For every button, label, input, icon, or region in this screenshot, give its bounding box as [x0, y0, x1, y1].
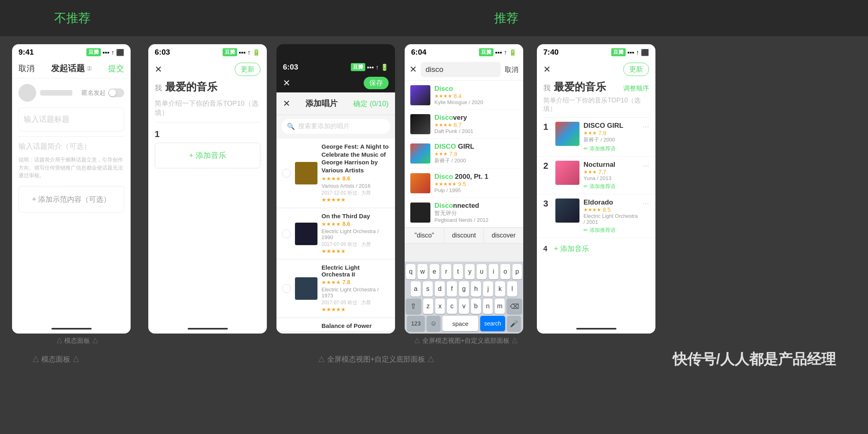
topic-brief-input[interactable]: 输入话题简介（可选） [18, 136, 124, 151]
adjust-order-5[interactable]: 调整顺序 [623, 84, 649, 93]
key-h[interactable]: h [471, 281, 481, 297]
result-cover-4-2 [410, 114, 430, 134]
key-x[interactable]: x [435, 299, 445, 314]
key-d[interactable]: d [435, 281, 445, 297]
screen4: 6:04 豆瓣 ▪▪▪ ↑ 🔋 ✕ disco 取消 [405, 44, 523, 334]
avatar-1 [18, 84, 36, 102]
not-recommended-label: 不推荐 [0, 10, 145, 27]
key-backspace[interactable]: ⌫ [507, 299, 522, 314]
more-btn-5-3[interactable]: ··· [642, 199, 649, 208]
update-btn-5[interactable]: 更新 [623, 63, 649, 76]
search-placeholder-3[interactable]: 搜索要添加的唱片 [298, 122, 350, 131]
screen4-label: △ 全屏模态视图+自定义底部面板 △ [414, 337, 518, 345]
key-l[interactable]: l [507, 281, 517, 297]
key-n[interactable]: n [483, 299, 493, 314]
nav-title-1: 发起话题 [51, 63, 85, 74]
topic-title-input[interactable]: 输入话题标题 [18, 107, 124, 131]
key-v[interactable]: v [459, 299, 469, 314]
key-space[interactable]: space [442, 316, 478, 331]
close-btn-2[interactable]: ✕ [155, 64, 162, 75]
key-j[interactable]: j [483, 281, 493, 297]
time-1: 9:41 [18, 48, 34, 57]
result-info-4-1: Disco ★★★★8.4 Kylie Minogue / 2020 [434, 85, 483, 105]
list-num-2: 1 [148, 123, 267, 143]
status-bar-5: 7:40 豆瓣 ▪▪▪ ↑ ⬛ [537, 44, 655, 59]
select-circle-3-3[interactable] [282, 284, 291, 293]
status-bar-3: 6:03 豆瓣 ▪▪▪ ↑ 🔋 [276, 59, 395, 74]
key-i[interactable]: i [489, 264, 498, 279]
autocomplete-discover[interactable]: discover [484, 228, 523, 243]
album-cover-3-1 [295, 162, 317, 184]
result-cover-4-1 [410, 85, 430, 105]
help-icon[interactable]: ② [86, 65, 92, 72]
key-k[interactable]: k [495, 281, 505, 297]
hint-text: 说明：话题简介用于阐释话题立意，引导创作方向。填写任何营销推广信息都会使话题无法… [18, 156, 124, 180]
more-btn-5-2[interactable]: ··· [642, 161, 649, 170]
update-btn-2[interactable]: 更新 [235, 63, 260, 76]
key-s[interactable]: s [423, 281, 433, 297]
modal-confirm-3[interactable]: 确定 (0/10) [353, 99, 389, 108]
add-music-btn-2[interactable]: + 添加音乐 [155, 143, 260, 168]
screen1-label: △ 模态面板 △ [56, 337, 98, 345]
time-5: 7:40 [543, 48, 559, 57]
more-btn-5-1[interactable]: ··· [642, 122, 649, 131]
recommended-label: 推荐 [145, 10, 868, 27]
status-bar-1: 9:41 豆瓣 ▪▪▪ ↑ ⬛ [12, 44, 131, 59]
key-b[interactable]: b [471, 299, 481, 314]
modal-close-3[interactable]: ✕ [283, 98, 290, 109]
key-o[interactable]: o [500, 264, 510, 279]
my-label-2: 我 [155, 83, 162, 93]
key-a[interactable]: a [411, 281, 421, 297]
close-btn-3[interactable]: ✕ [283, 78, 290, 88]
key-search[interactable]: search [480, 316, 505, 331]
add-example-btn[interactable]: + 添加示范内容（可选） [18, 186, 124, 213]
key-mic[interactable]: 🎤 [507, 316, 521, 331]
close-btn-5[interactable]: ✕ [543, 64, 551, 75]
autocomplete-discount[interactable]: discount [444, 228, 484, 243]
screen1-container: 9:41 豆瓣 ▪▪▪ ↑ ⬛ 取消 发起话题 ② 提交 [12, 44, 143, 345]
key-m[interactable]: m [495, 299, 505, 314]
key-c[interactable]: c [447, 299, 457, 314]
key-t[interactable]: t [453, 264, 463, 279]
screen1: 9:41 豆瓣 ▪▪▪ ↑ ⬛ 取消 发起话题 ② 提交 [12, 44, 131, 334]
list-desc-5[interactable]: 简单介绍一下你的音乐TOP10（选填） [543, 96, 649, 118]
album-info-3-1: George Fest: A Night to Celebrate the Mu… [321, 143, 389, 203]
save-btn-3[interactable]: 保存 [364, 77, 389, 89]
cancel-btn-1[interactable]: 取消 [18, 63, 35, 74]
list-desc-2[interactable]: 简单介绍一下你的音乐TOP10（选填） [155, 99, 260, 123]
key-w[interactable]: w [418, 264, 427, 279]
icons-4: 豆瓣 ▪▪▪ ↑ 🔋 [479, 48, 517, 56]
anon-toggle[interactable] [108, 88, 124, 97]
key-r[interactable]: r [441, 264, 451, 279]
album-cover-5-1 [555, 122, 579, 146]
result-info-4-3: DISCO GIRL ★★★7.9 新裤子 / 2000 [434, 143, 474, 164]
album-cover-5-3 [555, 199, 579, 223]
screen3-container: 6:03 豆瓣 ▪▪▪ ↑ 🔋 ✕ 保存 ✕ 添加唱片 确定 (0/10) [276, 44, 399, 334]
key-p[interactable]: p [512, 264, 522, 279]
back-btn-4[interactable]: ✕ [409, 64, 417, 75]
status-bar-4: 6:04 豆瓣 ▪▪▪ ↑ 🔋 [405, 44, 523, 59]
add-music-row-5[interactable]: 4 + 添加音乐 [537, 238, 655, 259]
autocomplete-disco[interactable]: "disco" [405, 228, 444, 243]
key-shift[interactable]: ⇧ [406, 299, 421, 314]
time-4: 6:04 [411, 48, 426, 57]
key-z[interactable]: z [423, 299, 433, 314]
rank-5-1: 1 [543, 122, 551, 132]
key-123[interactable]: 123 [407, 316, 425, 331]
key-g[interactable]: g [459, 281, 469, 297]
screen4-container: 6:04 豆瓣 ▪▪▪ ↑ 🔋 ✕ disco 取消 [405, 44, 527, 345]
footer-label-center: △ 全屏模态视图+自定义底部面板 △ [318, 354, 435, 364]
key-q[interactable]: q [406, 264, 416, 279]
modal-title-3: 添加唱片 [305, 98, 338, 109]
submit-btn-1[interactable]: 提交 [108, 63, 124, 74]
select-circle-3-2[interactable] [282, 229, 291, 238]
key-e[interactable]: e [430, 264, 439, 279]
key-f[interactable]: f [447, 281, 457, 297]
key-y[interactable]: y [465, 264, 475, 279]
album-info-5-1: DISCO GIRL ★★★7.9 新裤子 / 2000 ✏ 添加推荐语 [583, 122, 638, 152]
cancel-btn-4[interactable]: 取消 [505, 65, 518, 74]
select-circle-3-1[interactable] [282, 169, 291, 178]
search-input-4[interactable]: disco [421, 62, 501, 77]
key-emoji[interactable]: ☺ [427, 316, 440, 331]
key-u[interactable]: u [477, 264, 486, 279]
